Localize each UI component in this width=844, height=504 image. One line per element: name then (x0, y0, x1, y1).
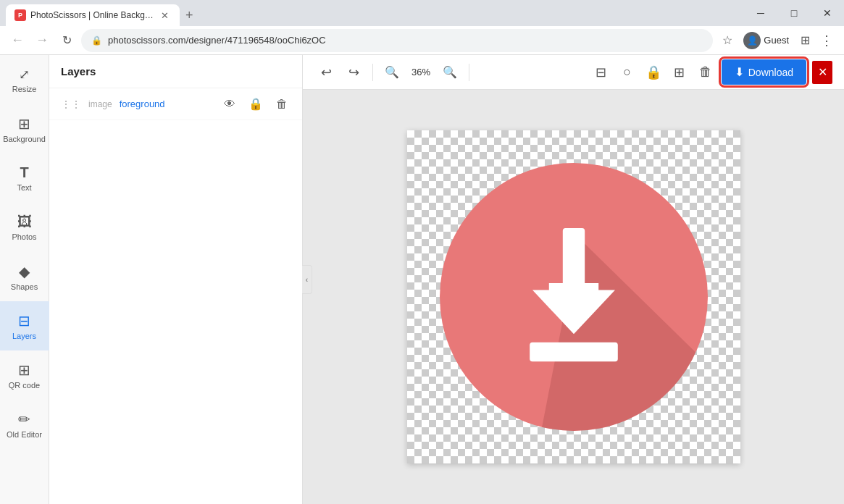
layers-title: Layers (61, 65, 96, 77)
sidebar-label-qrcode: QR code (9, 381, 40, 390)
zoom-in-button[interactable]: 🔍 (438, 61, 461, 84)
redo-button[interactable]: ↪ (342, 61, 365, 84)
close-button[interactable]: ✕ (811, 0, 844, 26)
text-icon: T (20, 164, 28, 181)
sidebar-label-oldeditor: Old Editor (7, 430, 42, 439)
sidebar-label-text: Text (17, 183, 31, 192)
layers-panel-header: Layers (49, 55, 302, 88)
layer-item-foreground[interactable]: ⋮⋮ image foreground 👁 🔒 🗑 (49, 88, 302, 120)
sidebar-item-oldeditor[interactable]: ✏ Old Editor (0, 400, 49, 449)
download-icon: ⬇ (735, 65, 744, 79)
forward-button[interactable]: → (32, 30, 52, 51)
resize-icon: ⤢ (19, 67, 30, 83)
layer-lock-button[interactable]: 🔒 (246, 96, 266, 112)
sidebar-label-shapes: Shapes (11, 282, 38, 291)
sidebar-item-layers[interactable]: ⊟ Layers (0, 301, 49, 350)
app-container: ⤢ Resize ⊞ Background T Text 🖼 Photos ◆ … (0, 55, 844, 504)
lock-icon: 🔒 (91, 35, 102, 46)
tab-bar: P PhotoScissors | Online Backgr… ✕ + ─ □… (0, 0, 844, 26)
toolbar: ↩ ↪ 🔍 36% 🔍 ⊟ ○ 🔒 ⊞ 🗑 ⬇ Download ✕ (303, 55, 844, 90)
profile-name: Guest (764, 35, 789, 46)
layers-panel: Layers ⋮⋮ image foreground 👁 🔒 🗑 ‹ (49, 55, 303, 504)
browser-chrome: P PhotoScissors | Online Backgr… ✕ + ─ □… (0, 0, 844, 55)
browser-menu-button[interactable]: ⋮ (816, 30, 837, 51)
sidebar-item-qrcode[interactable]: ⊞ QR code (0, 350, 49, 400)
layer-drag-handle[interactable]: ⋮⋮ (61, 98, 81, 110)
main-area: ↩ ↪ 🔍 36% 🔍 ⊟ ○ 🔒 ⊞ 🗑 ⬇ Download ✕ (303, 55, 844, 504)
shapes-icon: ◆ (19, 263, 30, 280)
lock-icon-button[interactable]: 🔒 (642, 61, 665, 84)
undo-button[interactable]: ↩ (314, 61, 338, 84)
active-tab[interactable]: P PhotoScissors | Online Backgr… ✕ (6, 4, 180, 26)
sidebar-label-layers: Layers (12, 332, 36, 340)
delete-icon-button[interactable]: 🗑 (694, 61, 717, 84)
browser-actions: ☆ 👤 Guest ⊞ ⋮ (717, 30, 837, 51)
avatar: 👤 (743, 32, 761, 49)
extensions-button[interactable]: ⊞ (795, 30, 815, 51)
close-panel-button[interactable]: ✕ (812, 61, 832, 84)
new-tab-button[interactable]: + (180, 5, 199, 26)
sidebar-item-photos[interactable]: 🖼 Photos (0, 203, 49, 252)
qrcode-icon: ⊞ (18, 361, 30, 379)
zoom-out-button[interactable]: 🔍 (380, 61, 404, 84)
layer-delete-button[interactable]: 🗑 (273, 96, 291, 112)
layers-icon: ⊟ (18, 312, 30, 329)
circle-icon-button[interactable]: ○ (616, 61, 639, 84)
layer-type-label: image (88, 99, 112, 109)
tab-title: PhotoScissors | Online Backgr… (30, 10, 154, 20)
minimize-button[interactable]: ─ (744, 0, 777, 26)
download-label: Download (748, 67, 793, 78)
sidebar: ⤢ Resize ⊞ Background T Text 🖼 Photos ◆ … (0, 55, 49, 504)
toolbar-divider-2 (469, 64, 469, 81)
tab-favicon: P (14, 9, 26, 21)
toolbar-divider-1 (372, 64, 373, 81)
sidebar-item-shapes[interactable]: ◆ Shapes (0, 252, 49, 301)
sidebar-item-resize[interactable]: ⤢ Resize (0, 55, 49, 104)
url-text: photoscissors.com/designer/471196548/ooC… (108, 35, 326, 46)
download-button[interactable]: ⬇ Download (722, 59, 806, 85)
zoom-level: 36% (408, 67, 434, 77)
download-arrow-svg (505, 221, 643, 373)
svg-marker-1 (532, 283, 615, 334)
layer-name-label: foreground (120, 98, 214, 109)
oldeditor-icon: ✏ (18, 411, 30, 428)
nav-bar: ← → ↻ 🔒 photoscissors.com/designer/47119… (0, 26, 844, 55)
sidebar-label-background: Background (3, 135, 46, 143)
svg-rect-2 (530, 343, 618, 362)
panel-collapse-tab[interactable]: ‹ (302, 265, 312, 294)
canvas-area (303, 90, 844, 504)
download-circle (440, 163, 708, 431)
background-icon: ⊞ (18, 115, 30, 133)
window-controls: ─ □ ✕ (744, 0, 844, 26)
bookmarks-button[interactable]: ☆ (717, 30, 738, 51)
canvas-wrapper[interactable] (407, 130, 740, 463)
profile-button[interactable]: 👤 Guest (739, 30, 793, 51)
sidebar-label-photos: Photos (12, 232, 36, 241)
layer-stack-icon-button[interactable]: ⊟ (590, 61, 613, 84)
address-bar[interactable]: 🔒 photoscissors.com/designer/471196548/o… (81, 29, 713, 52)
photos-icon: 🖼 (17, 214, 32, 230)
toolbar-right-icons: ⊟ ○ 🔒 ⊞ 🗑 (590, 61, 717, 84)
maximize-button[interactable]: □ (777, 0, 811, 26)
layer-visibility-button[interactable]: 👁 (221, 96, 238, 112)
sidebar-item-background[interactable]: ⊞ Background (0, 104, 49, 154)
reload-button[interactable]: ↻ (57, 30, 77, 51)
tab-close-button[interactable]: ✕ (158, 9, 171, 22)
back-button[interactable]: ← (7, 30, 28, 51)
sidebar-item-text[interactable]: T Text (0, 154, 49, 203)
copy-icon-button[interactable]: ⊞ (668, 61, 691, 84)
sidebar-label-resize: Resize (12, 85, 37, 93)
canvas-content (407, 130, 740, 463)
